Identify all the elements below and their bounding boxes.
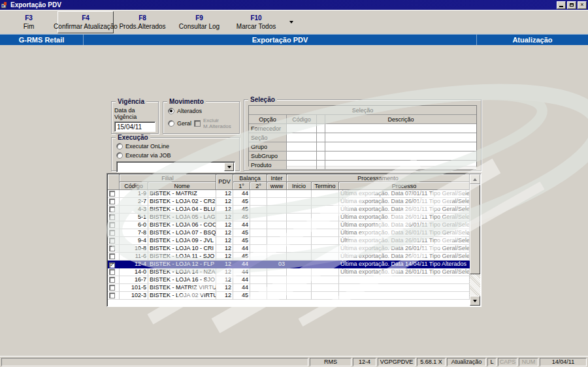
grid-cell: [339, 284, 470, 292]
grid-cell: 4-3: [120, 206, 148, 214]
grid-cell: 45: [233, 198, 250, 206]
table-row[interactable]: 102-3BISTEK - LOJA 02 VIRTUAL - C1245: [108, 292, 470, 300]
selecao-option-label: Grupo: [249, 142, 287, 152]
row-checkbox[interactable]: [109, 206, 115, 212]
grid-cell: [108, 221, 120, 229]
scroll-up-button[interactable]: [470, 174, 480, 184]
job-combobox[interactable]: [116, 161, 235, 172]
table-row[interactable]: 4-3BISTEK - LOJA 04 - BLU1245Última expo…: [108, 206, 470, 214]
grid-cell: 44: [233, 190, 250, 198]
row-checkbox[interactable]: [109, 246, 115, 251]
row-checkbox[interactable]: [109, 191, 115, 197]
selecao-codigo-cell[interactable]: [287, 152, 317, 161]
table-row[interactable]: 14-0BISTEK - LOJA 14 - NZA1244Última exp…: [108, 268, 470, 276]
close-button[interactable]: ×: [578, 1, 587, 9]
radio-executar-job[interactable]: Executar via JOB: [116, 152, 235, 159]
grid-cell: Última exportação. Data 26/01/11 Tipo Ge…: [339, 206, 470, 214]
grid-cell: [250, 214, 267, 221]
table-row[interactable]: 16-7BISTEK - LOJA 16 - SJO1244: [108, 276, 470, 284]
selecao-row: SubGrupo: [249, 152, 476, 161]
selecao-descricao-cell: [325, 133, 476, 142]
vigencia-date-input[interactable]: 15/04/11: [114, 121, 155, 132]
toolbar-button-f10[interactable]: F10Marcar Todos: [228, 11, 284, 33]
table-row[interactable]: 5-1BISTEK - LOJA 05 - LAG1245Última expo…: [108, 214, 470, 221]
fkey-label: F9: [195, 14, 203, 22]
radio-dot-icon: [168, 120, 174, 127]
grid-cell: 12: [216, 229, 233, 237]
table-row[interactable]: 9-4BISTEK - LOJA 09 - JVL1245Última expo…: [108, 237, 470, 245]
row-checkbox[interactable]: [109, 269, 115, 275]
selecao-descricao-cell: [325, 142, 476, 152]
toolbar-button-f8[interactable]: F8Prods.Alterados: [114, 11, 171, 33]
radio-geral[interactable]: Geral: [168, 120, 191, 127]
scroll-down-button[interactable]: [470, 296, 480, 306]
grid-vertical-scrollbar[interactable]: [470, 174, 480, 306]
row-checkbox[interactable]: [109, 222, 115, 228]
radio-online-label: Executar OnLine: [125, 143, 169, 150]
grid-cell: 12: [216, 261, 233, 268]
grid-cell: [108, 284, 120, 292]
col-descricao-header: Descrição: [325, 115, 476, 124]
row-checkbox[interactable]: [109, 214, 115, 220]
selecao-codigo-cell[interactable]: [287, 142, 317, 152]
radio-dot-icon: [116, 152, 123, 159]
toolbar-button-f3[interactable]: F3Fim: [1, 11, 57, 33]
grid-cell: BISTEK - MATRIZ VIRTUAL: [148, 284, 216, 292]
grid-cell: 7-8: [120, 229, 148, 237]
row-checkbox[interactable]: [109, 253, 115, 259]
selecao-descricao-cell: [325, 161, 476, 170]
minimize-button[interactable]: [557, 1, 566, 9]
table-row[interactable]: 1-9BISTEK - MATRIZ1244Última exportação.…: [108, 190, 470, 198]
toolbar-button-f9[interactable]: F9Consultar Log: [171, 11, 227, 33]
selecao-span-header-row: Seleção: [249, 106, 476, 115]
restore-button[interactable]: [567, 1, 576, 9]
table-row[interactable]: 2-7BISTEK - LOJA 02 - CR21245Última expo…: [108, 198, 470, 206]
selecao-narrow-cell: [317, 124, 325, 133]
table-row[interactable]: 11-6BISTEK - LOJA 11 - SJO1245Última exp…: [108, 253, 470, 261]
grid-cell: 14-0: [120, 268, 148, 276]
selecao-codigo-cell[interactable]: [287, 133, 317, 142]
grid-cell: 12: [216, 253, 233, 261]
grid-cell: 12-4: [120, 261, 148, 268]
row-checkbox[interactable]: [109, 277, 115, 283]
radio-alterados[interactable]: Alterados: [168, 108, 236, 114]
brand-label: G-RMS Retail: [0, 35, 84, 45]
excluir-alterados-checkbox[interactable]: [194, 120, 201, 127]
table-row[interactable]: 101-5BISTEK - MATRIZ VIRTUAL1244: [108, 284, 470, 292]
grid-cell: [267, 268, 287, 276]
table-row[interactable]: 10-8BISTEK - LOJA 10 - CRI1244Última exp…: [108, 245, 470, 253]
scroll-thumb[interactable]: [470, 184, 480, 274]
arrow-up-icon: [473, 178, 477, 181]
grid-cell: 44: [233, 261, 250, 268]
row-checkbox[interactable]: [109, 285, 115, 291]
selecao-narrow-cell: [317, 142, 325, 152]
grid-cell: [312, 214, 339, 221]
grid-cell: BISTEK - LOJA 02 VIRTUAL - C: [148, 292, 216, 300]
selecao-codigo-cell[interactable]: [287, 161, 317, 170]
row-checkbox[interactable]: [109, 230, 115, 236]
selecao-codigo-cell[interactable]: [287, 124, 317, 133]
toolbar-button-f4[interactable]: F4Confirmar Atualização: [57, 11, 114, 33]
row-checkbox[interactable]: [109, 238, 115, 244]
toolbar-overflow-button[interactable]: [287, 18, 296, 27]
grid-cell: 11-6: [120, 253, 148, 261]
row-checkbox[interactable]: [109, 199, 115, 204]
group-inter-header: Inter: [267, 174, 287, 182]
table-row[interactable]: 7-8BISTEK - LOJA 07 - BSQ1245Última expo…: [108, 229, 470, 237]
row-checkbox[interactable]: [109, 293, 115, 298]
row-checkbox[interactable]: ✓: [109, 263, 115, 268]
radio-dot-icon: [116, 143, 123, 150]
filiais-grid: Filial Código Nome PDV Balança 1° 2° Int…: [106, 173, 482, 307]
radio-executar-online[interactable]: Executar OnLine: [116, 143, 235, 150]
col-www-header: www: [267, 182, 287, 190]
selecao-option-label: Fornecedor: [249, 124, 287, 133]
table-row[interactable]: ✓12-4BISTEK - LOJA 12 - FLP124403Última …: [108, 261, 470, 268]
group-balanca-header: Balança: [233, 174, 267, 182]
window-title: Exportação PDV: [10, 1, 557, 8]
col-termino-header: Termino: [312, 182, 339, 190]
status-num-indicator: NUM: [519, 358, 538, 366]
grid-cell: [267, 245, 287, 253]
grid-cell: [287, 237, 312, 245]
combo-drop-button[interactable]: [224, 163, 234, 171]
table-row[interactable]: 6-0BISTEK - LOJA 06 - COC1244Última expo…: [108, 221, 470, 229]
